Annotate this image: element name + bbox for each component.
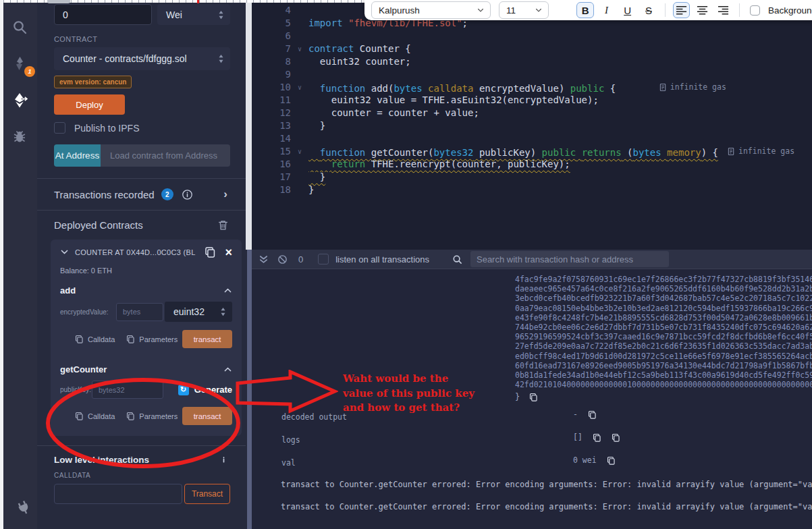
code-line[interactable]: 18} bbox=[252, 184, 812, 196]
italic-button[interactable]: I bbox=[598, 2, 615, 18]
at-address-button[interactable]: At Address bbox=[54, 144, 101, 167]
low-level-title: Low level interactions bbox=[54, 455, 149, 465]
add-parameters-button[interactable]: Parameters bbox=[126, 335, 178, 343]
fold-icon[interactable]: ∨ bbox=[291, 145, 308, 158]
at-address-input[interactable] bbox=[101, 144, 230, 167]
calldata-section-label: CALLDATA bbox=[54, 472, 230, 479]
fold-icon[interactable]: ∨ bbox=[291, 81, 308, 94]
copy-icon[interactable] bbox=[588, 410, 597, 419]
background-checkbox[interactable] bbox=[750, 5, 760, 16]
code-line[interactable]: 16 return TFHE.reencrypt(counter, public… bbox=[252, 158, 812, 171]
getcounter-transact-button[interactable]: transact bbox=[182, 407, 232, 425]
add-type-select[interactable]: euint32 bbox=[165, 302, 232, 322]
hex-line: 60fd16ead73167e8926eed9005b951976a34130e… bbox=[515, 361, 812, 370]
code-line[interactable]: 14 bbox=[252, 132, 812, 145]
copy-address-icon[interactable] bbox=[205, 246, 216, 258]
terminal-search-input[interactable] bbox=[470, 251, 669, 267]
font-family-value: Kalpurush bbox=[379, 5, 420, 16]
code-line[interactable]: 13 } bbox=[252, 119, 812, 132]
generate-key-button[interactable]: ↻ Generate bbox=[178, 385, 232, 395]
background-label: Background bbox=[768, 5, 812, 16]
terminal-toolbar: 0 listen on all transactions bbox=[252, 250, 812, 269]
add-param-row: encryptedValue: euint32 bbox=[60, 302, 232, 322]
chevron-down-icon[interactable] bbox=[60, 248, 69, 256]
code-line[interactable]: 15∨ function getCounter(bytes32 publicKe… bbox=[252, 145, 812, 158]
transaction-error-line[interactable]: transact to Counter.getCounter errored: … bbox=[281, 502, 812, 511]
add-param-input[interactable] bbox=[116, 303, 163, 321]
clear-console-icon[interactable] bbox=[277, 254, 288, 264]
chevron-up-icon[interactable] bbox=[223, 286, 232, 295]
deploy-run-icon[interactable] bbox=[11, 92, 29, 109]
plugin-manager-icon[interactable] bbox=[13, 497, 34, 518]
code-line[interactable]: 12 counter = counter + value; bbox=[252, 107, 812, 119]
getcounter-parameters-button[interactable]: Parameters bbox=[126, 412, 178, 420]
publish-ipfs-checkbox[interactable] bbox=[54, 122, 65, 134]
bold-button[interactable]: B bbox=[576, 2, 593, 18]
value-unit-select[interactable]: Wei bbox=[157, 4, 230, 25]
panel-resize-handle[interactable] bbox=[246, 250, 252, 529]
text-format-toolbar: Kalpurush 11 B I U S Background bbox=[364, 0, 812, 20]
underline-button[interactable]: U bbox=[619, 2, 636, 18]
code-line[interactable]: 9 bbox=[252, 68, 812, 81]
align-left-button[interactable] bbox=[673, 2, 690, 18]
search-icon[interactable] bbox=[11, 19, 29, 36]
close-icon[interactable]: × bbox=[225, 248, 232, 257]
hex-line: 3ebcd0cefb40bcedfb923221b7a60f3d042687ba… bbox=[515, 294, 812, 303]
getcounter-param-input[interactable] bbox=[92, 381, 163, 399]
debugger-icon[interactable] bbox=[11, 128, 29, 146]
code-line[interactable]: 7∨contract Counter { bbox=[252, 43, 812, 55]
add-calldata-button[interactable]: Calldata bbox=[75, 335, 115, 343]
contract-card-header[interactable]: COUNTER AT 0X44D...0C0C3 (BL × bbox=[60, 246, 232, 258]
chevron-up-icon[interactable] bbox=[223, 365, 232, 374]
font-family-select[interactable]: Kalpurush bbox=[371, 1, 491, 19]
align-center-button[interactable] bbox=[694, 2, 711, 18]
expand-terminal-icon[interactable] bbox=[259, 254, 269, 264]
hex-line: 96529196599524cbf3c397caaed16c9e7871bcc5… bbox=[515, 332, 812, 341]
deploy-button[interactable]: Deploy bbox=[54, 94, 125, 115]
strikethrough-button[interactable]: S bbox=[640, 2, 657, 18]
add-transact-button[interactable]: transact bbox=[182, 330, 232, 348]
solidity-compiler-icon[interactable]: 1 bbox=[11, 55, 29, 73]
align-right-button[interactable] bbox=[715, 2, 732, 18]
add-type-value: euint32 bbox=[173, 306, 205, 317]
chevron-right-icon[interactable]: › bbox=[223, 188, 227, 201]
add-function-header[interactable]: add bbox=[60, 285, 232, 296]
value-input[interactable] bbox=[54, 4, 152, 25]
copy-icon[interactable] bbox=[593, 433, 601, 442]
transactions-recorded-row[interactable]: Transactions recorded 2 › bbox=[54, 179, 230, 210]
copy-icon[interactable] bbox=[529, 393, 538, 401]
contract-select[interactable]: Counter - contracts/fdfggg.sol bbox=[54, 47, 230, 70]
copy-icon[interactable] bbox=[607, 456, 616, 465]
trash-icon[interactable] bbox=[217, 219, 229, 231]
infinite-gas-badge: infinite gas bbox=[659, 81, 726, 94]
copy-icon[interactable] bbox=[612, 433, 620, 442]
fold-icon[interactable]: ∨ bbox=[291, 43, 308, 55]
transaction-hex-output: 4fac9fe9a2f0758760931c69ec1e7f26866ec3f2… bbox=[515, 275, 812, 389]
listen-all-checkbox[interactable] bbox=[318, 254, 329, 264]
deployed-contract-card: COUNTER AT 0X44D...0C0C3 (BL × Balance: … bbox=[51, 240, 242, 436]
panel-resize-handle[interactable] bbox=[246, 0, 252, 250]
hex-line: e43fe90f8c4248fc7b4e21b8895555cd6828d753… bbox=[515, 313, 812, 323]
getcounter-function-header[interactable]: getCounter bbox=[60, 364, 232, 374]
code-line[interactable]: 17 } bbox=[252, 171, 812, 184]
getcounter-actions-row: Calldata Parameters transact bbox=[60, 407, 232, 425]
getcounter-calldata-button[interactable]: Calldata bbox=[75, 412, 115, 420]
calldata-input[interactable] bbox=[54, 484, 182, 504]
red-note-text: Waht would be the value of this public k… bbox=[343, 372, 512, 416]
result-rows: decoded output-logs[]val0 wei bbox=[252, 410, 812, 466]
font-size-select[interactable]: 11 bbox=[499, 1, 549, 19]
hex-line: 4fac9fe9a2f0758760931c69ec1e7f26866ec3f2… bbox=[515, 275, 812, 284]
add-param-label: encryptedValue: bbox=[60, 308, 116, 316]
code-line[interactable]: 6 bbox=[252, 30, 812, 43]
deploy-run-panel: Wei CONTRACT Counter - contracts/fdfggg.… bbox=[37, 3, 246, 529]
info-icon bbox=[219, 455, 229, 465]
activity-bar: 1 bbox=[3, 3, 37, 529]
deployed-contracts-label: Deployed Contracts bbox=[54, 219, 143, 231]
code-line[interactable]: 10∨ function add(bytes calldata encrypte… bbox=[252, 81, 812, 94]
code-line[interactable]: 11 euint32 value = TFHE.asEuint32(encryp… bbox=[252, 94, 812, 107]
lowlevel-transact-button[interactable]: Transact bbox=[184, 484, 230, 504]
value-row: Wei bbox=[54, 4, 230, 25]
code-line[interactable]: 8 euint32 counter; bbox=[252, 55, 812, 68]
code-editor[interactable]: 45import "fhevm/lib/TFHE.sol";67∨contrac… bbox=[252, 3, 812, 250]
transaction-error-line[interactable]: transact to Counter.getCounter errored: … bbox=[281, 480, 812, 489]
